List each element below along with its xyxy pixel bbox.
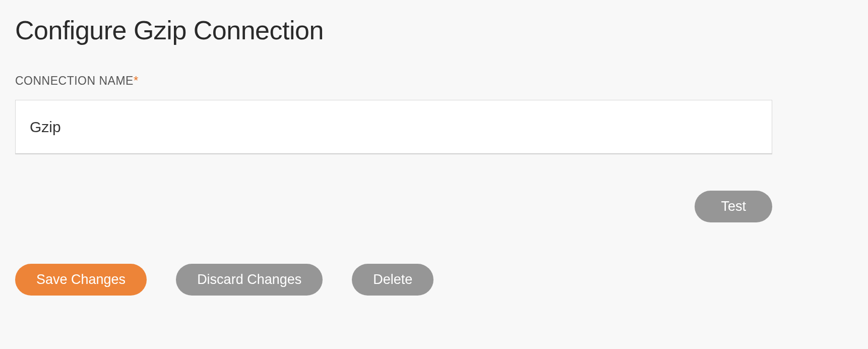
page-title: Configure Gzip Connection xyxy=(15,15,853,45)
discard-changes-button[interactable]: Discard Changes xyxy=(176,264,323,296)
test-button[interactable]: Test xyxy=(695,191,772,222)
connection-name-label: CONNECTION NAME* xyxy=(15,74,853,88)
save-changes-button[interactable]: Save Changes xyxy=(15,264,147,296)
delete-button[interactable]: Delete xyxy=(352,264,433,296)
connection-name-label-text: CONNECTION NAME xyxy=(15,74,134,87)
required-asterisk-icon: * xyxy=(134,74,139,87)
connection-name-input[interactable] xyxy=(15,100,772,154)
